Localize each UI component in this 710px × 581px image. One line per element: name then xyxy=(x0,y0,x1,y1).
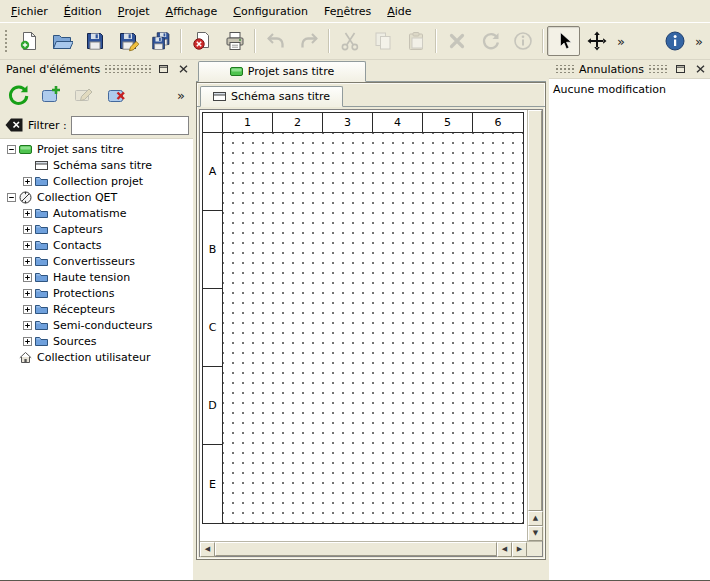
tree-item-contacts[interactable]: Contacts xyxy=(0,237,193,253)
menu-aide[interactable]: Aide xyxy=(379,0,419,22)
tree-item-label: Schéma sans titre xyxy=(51,159,154,172)
dock-grip-left xyxy=(555,65,575,73)
tree-item-label: Collection utilisateur xyxy=(35,351,152,364)
menu-edition[interactable]: Édition xyxy=(56,0,110,22)
filter-input[interactable] xyxy=(71,116,189,135)
new-document-button[interactable] xyxy=(12,26,45,56)
delete-element-button[interactable] xyxy=(102,81,132,109)
undo-history-item[interactable]: Aucune modification xyxy=(549,81,710,98)
folder-icon xyxy=(35,287,48,300)
diagram-canvas[interactable]: 123456 ABCDE xyxy=(200,110,527,541)
horizontal-scrollbar[interactable]: ◀ ◀ ▶ xyxy=(200,542,527,556)
undo-panel-titlebar[interactable]: Annulations xyxy=(549,60,710,78)
scroll-left-button-2[interactable]: ◀ xyxy=(497,542,512,557)
reload-collections-button[interactable] xyxy=(3,81,33,109)
tree-expander-minus[interactable] xyxy=(4,145,18,154)
tree-expander-plus[interactable] xyxy=(20,273,34,282)
toolbar-overflow-chevron[interactable]: » xyxy=(613,34,629,49)
tree-item-label: Automatisme xyxy=(51,207,129,220)
tree-item-projet-sans-titre[interactable]: Projet sans titre xyxy=(0,141,193,157)
panel-toolbar-chevron[interactable]: » xyxy=(172,88,190,103)
tree-item-label: Sources xyxy=(51,335,99,348)
scroll-right-button[interactable]: ▶ xyxy=(512,542,527,557)
tree-item-schema-sans-titre[interactable]: Schéma sans titre xyxy=(0,157,193,173)
toolbar-overflow-chevron-2[interactable]: » xyxy=(691,34,707,49)
new-element-button[interactable] xyxy=(36,81,66,109)
elements-panel-toolbar: » xyxy=(0,78,193,112)
tree-item-sources[interactable]: Sources xyxy=(0,333,193,349)
save-button[interactable] xyxy=(78,26,111,56)
tree-expander-plus[interactable] xyxy=(20,289,34,298)
row-header-e: E xyxy=(203,445,222,523)
menu-projet[interactable]: Projet xyxy=(110,0,158,22)
tree-item-haute-tension[interactable]: Haute tension xyxy=(0,269,193,285)
column-header-4: 4 xyxy=(373,113,423,132)
project-tabbar: Projet sans titre xyxy=(196,60,546,82)
tree-expander-plus[interactable] xyxy=(20,177,34,186)
folder-icon xyxy=(35,175,48,188)
schema-view-body: 123456 ABCDE ▲ ▼ xyxy=(200,110,542,541)
schema-tabbar: Schéma sans titre xyxy=(197,83,545,107)
save-all-button[interactable] xyxy=(144,26,177,56)
elements-panel-titlebar[interactable]: Panel d'éléments xyxy=(0,60,193,78)
schema-icon xyxy=(35,159,48,172)
save-as-button[interactable] xyxy=(111,26,144,56)
open-project-button[interactable] xyxy=(45,26,78,56)
project-window: Schéma sans titre 123456 ABCDE xyxy=(196,82,546,560)
tree-expander-plus[interactable] xyxy=(20,225,34,234)
tree-expander-plus[interactable] xyxy=(20,241,34,250)
diagram-grid[interactable] xyxy=(223,133,523,523)
tree-item-recepteurs[interactable]: Récepteurs xyxy=(0,301,193,317)
menu-affichage[interactable]: Affichage xyxy=(158,0,226,22)
tree-expander-plus[interactable] xyxy=(20,321,34,330)
close-file-button[interactable] xyxy=(185,26,218,56)
menu-fenetres[interactable]: Fenêtres xyxy=(316,0,379,22)
tree-item-label: Semi-conducteurs xyxy=(51,319,155,332)
toolbar-handle[interactable] xyxy=(4,29,9,53)
tree-item-collection-qet[interactable]: Collection QET xyxy=(0,189,193,205)
element-tree: Projet sans titreSchéma sans titreCollec… xyxy=(0,138,193,580)
tab-schema-sans-titre[interactable]: Schéma sans titre xyxy=(200,86,343,107)
tree-item-capteurs[interactable]: Capteurs xyxy=(0,221,193,237)
undo-history-list: Aucune modification xyxy=(549,78,710,580)
close-dock-button[interactable] xyxy=(175,62,191,76)
tree-item-collection-utilisateur[interactable]: Collection utilisateur xyxy=(0,349,193,365)
qelectrotech-window: FichierÉditionProjetAffichageConfigurati… xyxy=(0,0,710,581)
element-infos-button xyxy=(506,26,539,56)
menu-configuration[interactable]: Configuration xyxy=(225,0,316,22)
about-qet-button[interactable] xyxy=(658,26,691,56)
float-dock-button[interactable] xyxy=(155,62,171,76)
hscroll-thumb[interactable] xyxy=(215,542,497,556)
edit-element-button xyxy=(69,81,99,109)
row-headers: ABCDE xyxy=(203,133,223,523)
select-mode-button[interactable] xyxy=(547,26,580,56)
scroll-down-button[interactable]: ▼ xyxy=(528,526,543,541)
scroll-up-button[interactable]: ▲ xyxy=(528,511,543,526)
print-button[interactable] xyxy=(218,26,251,56)
tree-item-collection-projet[interactable]: Collection projet xyxy=(0,173,193,189)
tree-expander-plus[interactable] xyxy=(20,257,34,266)
undo-panel-title: Annulations xyxy=(579,63,644,76)
tree-expander-plus[interactable] xyxy=(20,337,34,346)
sheet-corner xyxy=(203,113,223,133)
vertical-scrollbar[interactable]: ▲ ▼ xyxy=(527,110,542,541)
close-undo-dock-button[interactable] xyxy=(692,62,708,76)
move-mode-button[interactable] xyxy=(580,26,613,56)
menu-fichier[interactable]: Fichier xyxy=(3,0,56,22)
tree-item-label: Collection projet xyxy=(51,175,145,188)
tree-item-convertisseurs[interactable]: Convertisseurs xyxy=(0,253,193,269)
home-icon xyxy=(19,351,32,364)
tree-item-semi-conducteurs[interactable]: Semi-conducteurs xyxy=(0,317,193,333)
tab-projet-sans-titre[interactable]: Projet sans titre xyxy=(198,61,366,82)
tree-expander-plus[interactable] xyxy=(20,209,34,218)
float-undo-dock-button[interactable] xyxy=(672,62,688,76)
tree-expander-minus[interactable] xyxy=(4,193,18,202)
scroll-left-button[interactable]: ◀ xyxy=(200,542,215,557)
tree-item-label: Capteurs xyxy=(51,223,105,236)
clear-filter-icon[interactable] xyxy=(4,117,24,133)
vscroll-thumb[interactable] xyxy=(528,110,542,511)
tree-expander-plus[interactable] xyxy=(20,305,34,314)
tree-item-automatisme[interactable]: Automatisme xyxy=(0,205,193,221)
undo-button xyxy=(259,26,292,56)
tree-item-protections[interactable]: Protections xyxy=(0,285,193,301)
